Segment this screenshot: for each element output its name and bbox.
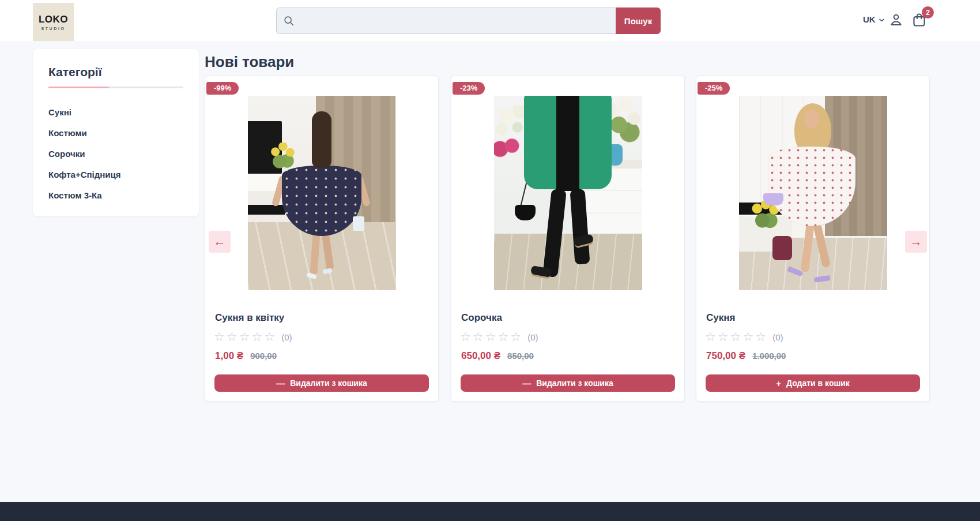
categories-list: Сукні Костюми Сорочки Кофта+Спідниця Кос… — [48, 102, 183, 206]
star-icon: ☆ — [742, 331, 753, 343]
logo[interactable]: LOKO STUDIO — [33, 3, 74, 41]
cart-count-badge: 2 — [922, 6, 934, 18]
chevron-down-icon — [879, 14, 885, 24]
minus-icon: — — [276, 379, 285, 388]
categories-title: Категорії — [48, 65, 183, 79]
logo-subtext: STUDIO — [41, 27, 65, 31]
product-card: -25% Сукня ☆ ☆ ☆ ☆ ☆ (0) — [696, 76, 930, 402]
rating-count: (0) — [527, 332, 538, 342]
header: LOKO STUDIO Пошук UK 2 — [0, 0, 980, 41]
star-icon: ☆ — [718, 331, 729, 343]
sidebar-item-sorochky[interactable]: Сорочки — [48, 144, 183, 164]
arrow-left-icon: ← — [214, 235, 226, 248]
remove-from-cart-button[interactable]: — Видалити з кошика — [214, 374, 429, 392]
hair-shape — [312, 111, 331, 168]
footer — [0, 502, 980, 521]
page-title: Нові товари — [205, 53, 294, 71]
price-row: 750,00 ₴ 1.000,00 — [706, 350, 919, 362]
star-icon: ☆ — [755, 331, 766, 343]
product-title[interactable]: Сукня в квітку — [215, 312, 428, 324]
price-row: 650,00 ₴ 850,00 — [461, 350, 674, 362]
star-icon: ☆ — [251, 331, 262, 343]
remove-from-cart-button[interactable]: — Видалити з кошика — [461, 374, 675, 392]
discount-badge: -99% — [206, 82, 239, 95]
star-icon: ☆ — [264, 331, 275, 343]
box-shape — [772, 236, 792, 260]
product-photo[interactable] — [739, 96, 887, 290]
categories-divider — [48, 87, 183, 88]
price-row: 1,00 ₴ 900,00 — [215, 350, 428, 362]
fireplace-shape — [248, 205, 285, 215]
plus-icon: + — [776, 379, 781, 388]
language-label: UK — [863, 14, 876, 24]
old-price: 850,00 — [507, 351, 534, 361]
search-bar: Пошук — [276, 8, 661, 34]
star-icon: ☆ — [460, 331, 471, 343]
account-button[interactable] — [888, 12, 904, 30]
star-icon: ☆ — [485, 331, 496, 343]
star-icon: ☆ — [473, 331, 484, 343]
product-photo[interactable] — [248, 96, 396, 290]
rating-count: (0) — [281, 332, 292, 342]
star-icon: ☆ — [239, 331, 250, 343]
rating-row: ☆ ☆ ☆ ☆ ☆ (0) — [214, 331, 429, 343]
current-price: 1,00 ₴ — [215, 350, 243, 362]
handbag-shape — [353, 216, 364, 231]
cart-bag-icon — [911, 20, 928, 30]
product-title[interactable]: Сорочка — [461, 312, 674, 324]
sidebar-item-sukni[interactable]: Сукні — [48, 102, 183, 123]
star-icon: ☆ — [497, 331, 508, 343]
star-icon: ☆ — [214, 331, 225, 343]
top-shape — [556, 96, 579, 191]
product-photo[interactable] — [494, 96, 642, 290]
rating-count: (0) — [772, 332, 783, 342]
search-button[interactable]: Пошук — [616, 8, 661, 34]
rating-row: ☆ ☆ ☆ ☆ ☆ (0) — [460, 331, 676, 343]
current-price: 750,00 ₴ — [706, 350, 745, 362]
current-price: 650,00 ₴ — [461, 350, 500, 362]
arrow-right-icon: → — [910, 235, 922, 248]
product-card: -23% Сорочка ☆ ☆ ☆ ☆ ☆ (0) 650, — [451, 76, 685, 402]
product-card: -99% Сукня в квітку ☆ ☆ ☆ ☆ ☆ (0) — [205, 76, 439, 402]
star-icon: ☆ — [730, 331, 741, 343]
sidebar-item-kostiumy[interactable]: Костюми — [48, 123, 183, 144]
cart-button[interactable]: 2 — [911, 12, 928, 31]
star-icon: ☆ — [227, 331, 238, 343]
floor-shape — [494, 234, 642, 290]
logo-text: LOKO — [39, 14, 68, 25]
old-price: 1.000,00 — [752, 351, 786, 361]
rating-row: ☆ ☆ ☆ ☆ ☆ (0) — [705, 331, 921, 343]
search-input[interactable] — [276, 8, 616, 34]
old-price: 900,00 — [250, 351, 277, 361]
discount-badge: -25% — [698, 82, 730, 95]
user-icon — [888, 20, 904, 29]
face-shape — [804, 110, 819, 129]
handbag-shape — [515, 205, 536, 220]
star-icon: ☆ — [705, 331, 716, 343]
minus-icon: — — [522, 379, 531, 388]
handbag-shape — [763, 193, 783, 205]
star-icon: ☆ — [510, 331, 521, 343]
carousel-next-button[interactable]: → — [905, 231, 927, 253]
carousel-prev-button[interactable]: ← — [209, 231, 231, 253]
categories-panel: Категорії Сукні Костюми Сорочки Кофта+Сп… — [33, 49, 199, 216]
page: LOKO STUDIO Пошук UK 2 — [0, 0, 980, 521]
sidebar-item-kofta-spidnytsia[interactable]: Кофта+Спідниця — [48, 164, 183, 185]
sidebar-item-kostium-3ka[interactable]: Костюм 3-Ка — [48, 185, 183, 206]
discount-badge: -23% — [453, 82, 485, 95]
language-selector[interactable]: UK — [863, 14, 885, 24]
product-title[interactable]: Сукня — [706, 312, 919, 324]
add-to-cart-button[interactable]: + Додати в кошик — [706, 374, 920, 392]
